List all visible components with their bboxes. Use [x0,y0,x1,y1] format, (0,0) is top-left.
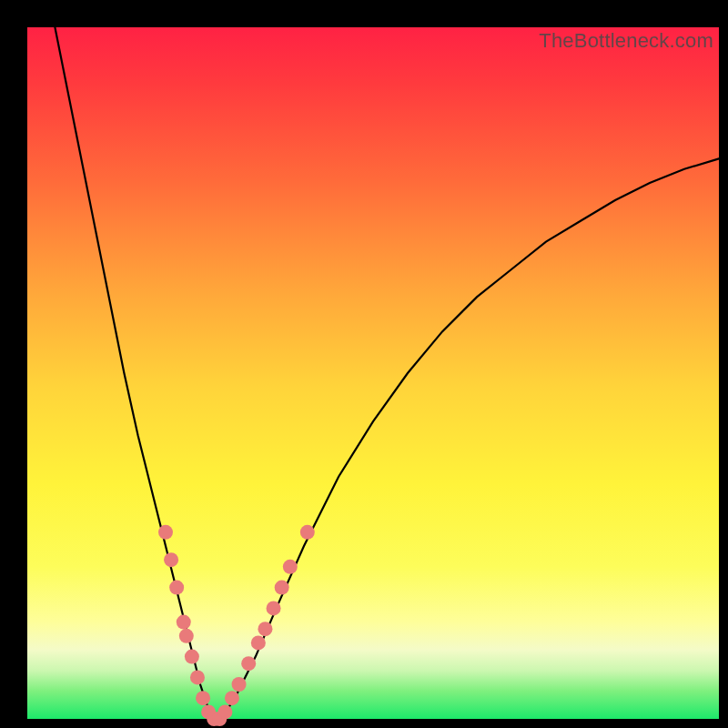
data-dot [275,581,289,595]
data-dot [258,622,272,636]
data-dot [158,525,173,540]
data-dot [179,629,194,643]
data-dot [283,560,298,574]
plot-area: TheBottleneck.com [27,27,719,719]
data-dot [177,615,191,630]
data-dot [217,704,232,719]
data-dot [225,691,239,705]
chart-svg [27,27,719,719]
data-dot [190,670,205,684]
data-dot [185,650,199,664]
data-dot [241,656,256,671]
data-dot [196,691,210,705]
data-dot [169,581,184,595]
bottleneck-curve [55,27,719,719]
data-dot [267,601,281,615]
data-dot [300,525,315,540]
data-dots-group [158,525,315,726]
data-dot [164,552,178,567]
data-dot [232,677,247,692]
data-dot [251,635,266,650]
chart-frame: TheBottleneck.com [0,0,728,728]
